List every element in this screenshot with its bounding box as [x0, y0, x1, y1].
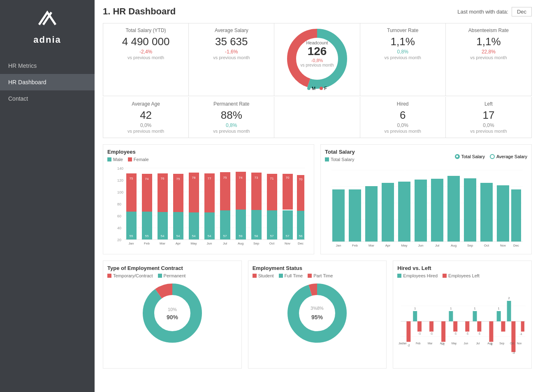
left-value: 17 [452, 109, 525, 122]
left-label: Left [452, 101, 525, 107]
kpi-total-salary: Total Salary (YTD) 4 490 000 -2,4% vs pr… [103, 23, 189, 96]
svg-text:Jan: Jan [336, 244, 341, 247]
svg-rect-148 [454, 321, 458, 332]
svg-text:74: 74 [145, 177, 149, 181]
svg-text:57: 57 [270, 234, 274, 238]
last-month-label: Last month with data: [457, 9, 508, 15]
temp-legend-box [107, 274, 111, 278]
svg-text:54: 54 [208, 234, 211, 238]
svg-text:71: 71 [270, 177, 274, 180]
kpi-avg-age: Average Age 42 0,0% vs previous month [103, 97, 189, 138]
headcount-legend: M F [307, 86, 327, 91]
sidebar-item-hr-metrics[interactable]: HR Metrics [0, 58, 95, 74]
kpi-turnover: Turnover Rate 1,1% 0,8% vs previous mont… [360, 23, 446, 96]
salary-chart-title: Total Salary [325, 149, 355, 155]
kpi-left: Left 17 0,0% vs previous month [446, 97, 531, 138]
headcount-change: -0,8% [300, 58, 334, 63]
svg-text:-3: -3 [512, 351, 515, 354]
kpi-avg-salary: Average Salary 35 635 -1,6% vs previous … [189, 23, 274, 96]
svg-text:78: 78 [192, 176, 196, 180]
hired-vs: vs previous month [366, 129, 439, 134]
salary-bar-svg: 4 500 000 $ Jan 4 500 000 $ Feb 4 580 00… [325, 166, 527, 248]
turnover-change: 0,8% [366, 49, 439, 55]
svg-rect-97 [415, 180, 427, 242]
employees-left-legend-box [443, 274, 447, 278]
svg-text:4 650 000 $: 4 650 000 $ [387, 166, 390, 180]
hired-change: 0,0% [366, 122, 439, 128]
contract-chart-legend: Temporary/Contract Permanent [107, 273, 237, 278]
kpi-perm-rate: Permanent Rate 88% 0,8% vs previous mont… [189, 97, 274, 138]
svg-text:Jun: Jun [207, 242, 212, 245]
svg-text:1: 1 [498, 307, 500, 310]
sidebar-item-hr-dashboard[interactable]: HR Dashboard [0, 74, 95, 90]
svg-rect-91 [382, 183, 394, 242]
brand-name: adnia [33, 35, 61, 45]
radio-avg-salary[interactable]: Average Salary [490, 154, 527, 159]
turnover-label: Turnover Rate [366, 28, 439, 33]
svg-text:Mar: Mar [428, 342, 433, 345]
svg-text:Nov: Nov [285, 242, 290, 245]
avg-age-label: Average Age [109, 101, 182, 107]
svg-text:4 750 000 $: 4 750 000 $ [436, 166, 439, 176]
svg-text:Apr: Apr [176, 242, 181, 245]
employment-status-chart: Employment Status Student Full Time Part… [248, 261, 387, 369]
headcount-center: Headcount 126 -0,8% vs previous month [300, 40, 334, 67]
svg-text:4 760 000 $: 4 760 000 $ [469, 166, 472, 175]
svg-text:57: 57 [286, 234, 290, 238]
parttime-legend-label: Part Time [313, 273, 333, 278]
kpi-empty [274, 97, 360, 138]
svg-text:1: 1 [450, 307, 452, 310]
status-donut-container: 3%8% 95% [253, 280, 382, 346]
logo [31, 8, 64, 30]
total-salary-value: 4 490 000 [109, 35, 182, 48]
charts-row-1: Employees Male Female 140 120 100 80 60 … [103, 144, 532, 254]
svg-rect-115 [511, 189, 521, 242]
svg-text:-2: -2 [408, 344, 410, 347]
salary-chart-left: Total Salary Total Salary [325, 149, 355, 164]
contract-donut-container: 10% 90% [107, 280, 237, 346]
avg-salary-value: 35 635 [195, 35, 268, 48]
salary-radio-group: Total Salary Average Salary [455, 154, 528, 159]
absenteeism-label: Absenteeism Rate [452, 28, 525, 33]
employees-left-legend-label: Employees Left [448, 273, 480, 278]
absenteeism-change: 22,8% [452, 49, 525, 55]
svg-text:Oct: Oct [269, 242, 275, 245]
svg-text:59: 59 [239, 234, 243, 238]
svg-text:Sep: Sep [500, 342, 505, 345]
svg-text:Mar: Mar [160, 242, 165, 245]
svg-text:54: 54 [192, 234, 196, 238]
svg-text:Aug: Aug [238, 242, 243, 245]
svg-rect-103 [447, 176, 460, 242]
svg-point-119 [148, 289, 196, 337]
svg-text:Sep: Sep [467, 244, 473, 247]
last-month-container: Last month with data: Dec [457, 7, 532, 16]
svg-text:73: 73 [255, 176, 258, 180]
fulltime-legend-label: Full Time [285, 273, 303, 278]
hired-label: Hired [366, 101, 439, 107]
svg-text:Aug: Aug [451, 244, 457, 247]
svg-text:80: 80 [117, 202, 121, 206]
svg-text:10%: 10% [168, 307, 177, 312]
svg-rect-106 [464, 178, 476, 242]
student-legend-label: Student [258, 273, 274, 278]
svg-text:55: 55 [145, 234, 149, 238]
svg-rect-156 [473, 311, 477, 321]
svg-text:4 500 000 $: 4 500 000 $ [354, 171, 357, 187]
total-salary-legend-label: Total Salary [331, 157, 354, 162]
avg-salary-label: Average Salary [195, 28, 268, 33]
employees-chart-legend: Male Female [107, 157, 310, 162]
svg-text:55: 55 [130, 234, 133, 238]
svg-text:2: 2 [508, 297, 510, 300]
perm-rate-change: 0,8% [195, 122, 268, 128]
radio-total-salary[interactable]: Total Salary [455, 154, 485, 159]
svg-text:75: 75 [223, 176, 227, 180]
kpi-row-1: Total Salary (YTD) 4 490 000 -2,4% vs pr… [103, 23, 532, 96]
sidebar-item-contact[interactable]: Contact [0, 90, 95, 107]
svg-text:Jan: Jan [402, 342, 407, 345]
total-salary-change: -2,4% [109, 49, 182, 55]
svg-text:Feb: Feb [416, 342, 421, 345]
employees-hired-legend-box [397, 274, 401, 278]
svg-text:Oct: Oct [484, 244, 489, 247]
svg-text:4 600 000 $: 4 600 000 $ [502, 167, 505, 182]
radio-avg-salary-label: Average Salary [496, 154, 527, 159]
